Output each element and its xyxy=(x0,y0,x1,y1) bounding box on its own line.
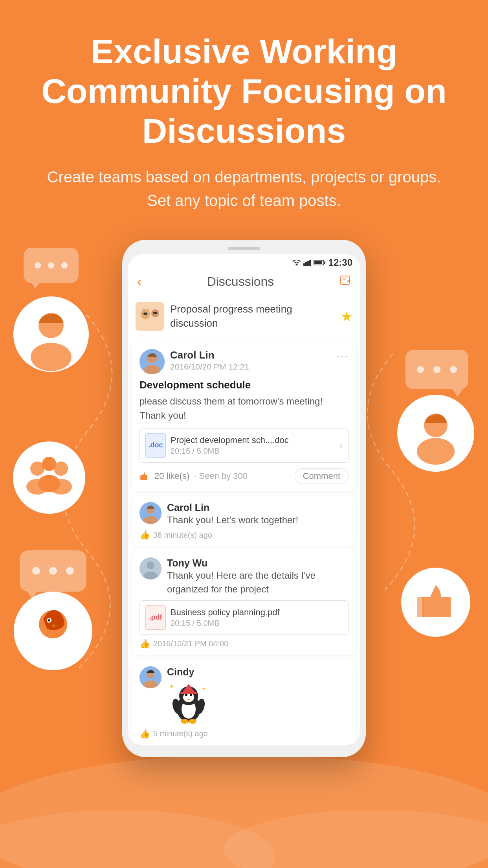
post-card: Carol Lin 2016/10/20 PM 12:21 ··· Develo… xyxy=(132,342,356,491)
post-actions: 20 like(s) · Seen by 300 Comment xyxy=(139,468,349,484)
sticker-image: ✦ ✦ · xyxy=(167,681,349,726)
comment-text-carol: Thank you! Let's work together! xyxy=(167,513,349,527)
svg-rect-44 xyxy=(314,261,322,264)
comment-text-tony: Thank you! Here are the details I've org… xyxy=(167,569,349,596)
back-button[interactable]: ‹ xyxy=(137,274,142,290)
post-body: please discuss them at tomorrow's meetin… xyxy=(139,394,349,423)
status-bar: 12:30 xyxy=(128,254,360,270)
svg-point-0 xyxy=(0,755,488,868)
signal-icon xyxy=(303,259,311,266)
svg-text:·: · xyxy=(167,696,168,702)
app-header-title: Discussions xyxy=(207,274,274,289)
thumbs-up-icon xyxy=(139,471,150,481)
comment-author-tony: Tony Wu xyxy=(167,557,349,569)
phone-mockup: 12:30 ‹ Discussions xyxy=(0,240,488,757)
comment-time-text-cindy: 5 minute(s) ago xyxy=(153,729,208,738)
file-meta: 20:15 / 5.0MB xyxy=(171,447,335,456)
comment-avatar-carol xyxy=(139,502,161,524)
comment-time-tony: 👍 2016/10/21 PM 04:00 xyxy=(139,639,349,649)
comment-card-carol: Carol Lin Thank you! Let's work together… xyxy=(132,496,356,547)
svg-rect-43 xyxy=(324,261,325,264)
svg-point-63 xyxy=(147,561,154,569)
comment-avatar-cindy xyxy=(139,666,161,688)
svg-rect-39 xyxy=(305,262,307,266)
hero-subtitle: Create teams based on departments, proje… xyxy=(31,165,457,212)
status-icons xyxy=(292,259,325,266)
svg-text:✦: ✦ xyxy=(169,683,174,690)
topic-star: ★ xyxy=(341,309,352,324)
file-arrow-icon: › xyxy=(339,440,343,451)
file-attachment-doc[interactable]: .doc Project development sch....doc 20:1… xyxy=(139,428,349,463)
post-title: Development schedule xyxy=(139,379,349,391)
comment-meta-tony: Tony Wu Thank you! Here are the details … xyxy=(167,557,349,596)
comment-card-tony: Tony Wu Thank you! Here are the details … xyxy=(132,551,356,655)
svg-point-1 xyxy=(0,810,275,868)
svg-rect-58 xyxy=(139,475,142,480)
phone-frame: 12:30 ‹ Discussions xyxy=(122,240,366,757)
topic-bar[interactable]: Proposal progress meeting discussion ★ xyxy=(128,296,360,337)
svg-rect-38 xyxy=(303,263,305,266)
comment-avatar-tony xyxy=(139,557,161,579)
tony-thumb-icon: 👍 xyxy=(139,639,150,649)
svg-rect-40 xyxy=(307,261,309,266)
phone-screen: 12:30 ‹ Discussions xyxy=(128,254,360,745)
svg-point-52 xyxy=(145,313,147,315)
post-date: 2016/10/20 PM 12:21 xyxy=(170,362,331,371)
svg-rect-41 xyxy=(309,260,311,266)
svg-point-2 xyxy=(224,810,488,868)
pdf-file-info: Business policy planning.pdf 20:15 / 5.0… xyxy=(171,607,343,628)
comment-author-carol: Carol Lin xyxy=(167,502,349,513)
like-button[interactable] xyxy=(139,471,150,481)
doc-file-icon: .doc xyxy=(145,433,166,458)
compose-button[interactable] xyxy=(339,274,351,289)
hero-section: Exclusive Working Community Focusing on … xyxy=(0,0,488,228)
comment-meta-carol: Carol Lin Thank you! Let's work together… xyxy=(167,502,349,527)
svg-point-54 xyxy=(155,312,157,314)
comment-meta-cindy: Cindy xyxy=(167,666,349,726)
comment-time-cindy: 👍 5 minute(s) ago xyxy=(139,729,349,739)
comment-header-carol: Carol Lin Thank you! Let's work together… xyxy=(139,502,349,527)
doc-label: .doc xyxy=(148,441,163,449)
comment-thumb-icon: 👍 xyxy=(139,530,150,540)
svg-point-79 xyxy=(189,719,196,724)
comment-time-text-tony: 2016/10/21 PM 04:00 xyxy=(153,639,228,648)
svg-rect-48 xyxy=(136,302,164,331)
cindy-thumb-icon: 👍 xyxy=(139,729,150,739)
pdf-file-meta: 20:15 / 5.0MB xyxy=(171,619,343,628)
post-meta: Carol Lin 2016/10/20 PM 12:21 xyxy=(170,349,331,371)
battery-icon xyxy=(314,259,325,266)
like-count: 20 like(s) xyxy=(154,471,189,481)
post-more-button[interactable]: ··· xyxy=(336,349,349,362)
pdf-label: .pdf xyxy=(149,613,162,622)
comment-time-carol: 👍 36 minute(s) ago xyxy=(139,530,349,540)
comment-author-cindy: Cindy xyxy=(167,666,349,678)
pdf-file-icon: .pdf xyxy=(145,605,166,630)
svg-rect-80 xyxy=(180,692,197,694)
topic-title: Proposal progress meeting discussion xyxy=(170,302,334,330)
post-author-name: Carol Lin xyxy=(170,349,331,361)
comment-card-cindy: Cindy xyxy=(132,660,356,745)
wifi-icon xyxy=(292,259,301,266)
comment-time-text-carol: 36 minute(s) ago xyxy=(153,531,212,540)
post-header: Carol Lin 2016/10/20 PM 12:21 ··· xyxy=(139,349,349,374)
hero-title: Exclusive Working Community Focusing on … xyxy=(31,31,457,151)
app-header: ‹ Discussions xyxy=(128,270,360,296)
file-info: Project development sch....doc 20:15 / 5… xyxy=(171,435,335,456)
file-attachment-pdf[interactable]: .pdf Business policy planning.pdf 20:15 … xyxy=(139,600,349,635)
comment-button[interactable]: Comment xyxy=(295,468,349,484)
phone-speaker xyxy=(228,247,260,250)
comment-header-cindy: Cindy xyxy=(139,666,349,726)
file-name: Project development sch....doc xyxy=(171,435,335,445)
pdf-file-name: Business policy planning.pdf xyxy=(171,607,343,618)
svg-text:✦: ✦ xyxy=(202,686,206,692)
svg-point-78 xyxy=(181,719,189,724)
svg-point-37 xyxy=(295,263,297,265)
status-time: 12:30 xyxy=(328,257,352,268)
phone-notch xyxy=(128,247,360,250)
topic-thumbnail xyxy=(136,302,164,331)
seen-count: · Seen by 300 xyxy=(194,471,248,481)
comment-header-tony: Tony Wu Thank you! Here are the details … xyxy=(139,557,349,596)
post-author-avatar xyxy=(139,349,165,374)
